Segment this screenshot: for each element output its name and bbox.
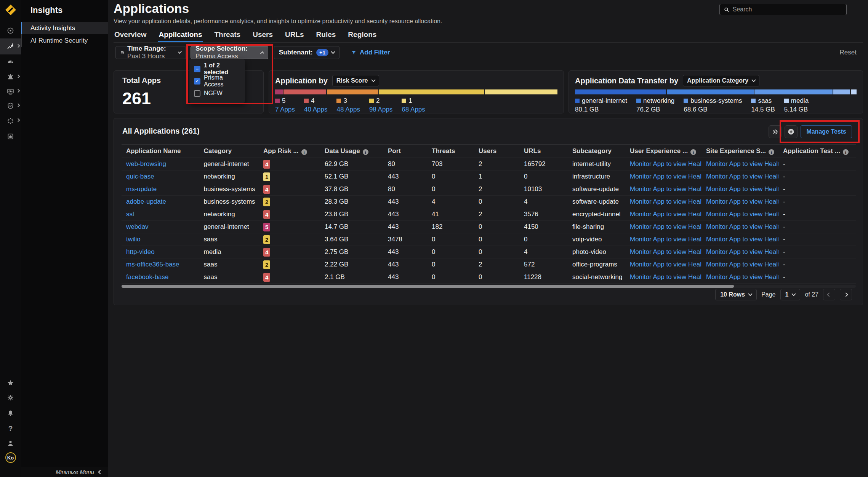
cell-site-experience: Monitor App to view Health: [701, 171, 778, 183]
site-experience-link[interactable]: Monitor App to view Health: [706, 261, 778, 268]
risk-apps-link[interactable]: 98 Apps: [369, 106, 392, 113]
tab-users[interactable]: Users: [252, 30, 274, 42]
application-name-link[interactable]: webdav: [126, 223, 149, 230]
user-experience-link[interactable]: Monitor App to view Health: [630, 223, 701, 230]
column-header-threats[interactable]: Threats: [427, 145, 474, 158]
subtenant-filter[interactable]: Subtenant: +1: [274, 46, 340, 59]
column-header-site-experience-s[interactable]: Site Experience S...i: [701, 145, 778, 158]
search-input[interactable]: [733, 6, 842, 13]
column-header-subcategory[interactable]: Subcategory: [568, 145, 625, 158]
rail-item-notifications[interactable]: [0, 405, 21, 420]
user-experience-link[interactable]: Monitor App to view Health: [630, 211, 701, 218]
application-name-link[interactable]: adobe-update: [126, 198, 166, 205]
column-header-category[interactable]: Category: [199, 145, 259, 158]
application-name-link[interactable]: ssl: [126, 211, 134, 218]
global-search[interactable]: [719, 4, 847, 15]
scope-dropdown-summary[interactable]: –1 of 2 selected: [194, 63, 240, 75]
reset-filters-button[interactable]: Reset: [840, 49, 857, 56]
table-download-button[interactable]: [785, 125, 798, 138]
application-name-link[interactable]: quic-base: [126, 173, 154, 180]
application-name-link[interactable]: http-video: [126, 248, 155, 255]
tab-rules[interactable]: Rules: [315, 30, 337, 42]
rail-item-activity-insights[interactable]: [0, 38, 21, 54]
risk-score-selector[interactable]: Risk Score: [332, 75, 379, 86]
site-experience-link[interactable]: Monitor App to view Health: [706, 223, 778, 230]
horizontal-scrollbar-thumb[interactable]: [122, 285, 734, 288]
risk-apps-link[interactable]: 40 Apps: [304, 106, 327, 113]
site-experience-link[interactable]: Monitor App to view Health: [706, 248, 778, 255]
rail-item-discovery[interactable]: [0, 113, 21, 128]
category-selector[interactable]: Application Category: [683, 75, 759, 86]
rail-item-dashboard[interactable]: [0, 54, 21, 69]
sidebar-item-ai-runtime-security[interactable]: AI Runtime Security: [21, 34, 108, 47]
sidebar-item-activity-insights[interactable]: Activity Insights: [21, 22, 108, 34]
rail-item-monitor[interactable]: [0, 84, 21, 99]
tab-regions[interactable]: Regions: [347, 30, 377, 42]
column-header-data-usage[interactable]: Data Usagei: [320, 145, 383, 158]
minimize-menu-button[interactable]: Minimize Menu: [21, 467, 108, 477]
unchecked-checkbox-icon[interactable]: [194, 90, 200, 97]
site-experience-link[interactable]: Monitor App to view Health: [706, 185, 778, 193]
rail-item-alerts[interactable]: [0, 69, 21, 85]
rail-item-settings[interactable]: [0, 390, 21, 405]
user-experience-link[interactable]: Monitor App to view Health: [630, 173, 701, 180]
tab-threats[interactable]: Threats: [214, 30, 242, 42]
site-experience-link[interactable]: Monitor App to view Health: [706, 160, 778, 168]
table-settings-button[interactable]: [769, 125, 782, 138]
time-range-filter[interactable]: Time Range: Past 3 Hours: [115, 46, 186, 59]
user-experience-link[interactable]: Monitor App to view Health: [630, 261, 701, 268]
rail-item-user[interactable]: [0, 436, 21, 451]
user-experience-link[interactable]: Monitor App to view Health: [630, 248, 701, 255]
scope-option-ngfw[interactable]: NGFW: [194, 87, 240, 99]
column-header-application-name[interactable]: Application Name: [122, 145, 199, 158]
column-header-urls[interactable]: URLs: [519, 145, 568, 158]
column-header-user-experience[interactable]: User Experience ...i: [625, 145, 701, 158]
scope-selection-filter[interactable]: Scope Selection: Prisma Access: [191, 46, 268, 59]
user-experience-link[interactable]: Monitor App to view Health: [630, 236, 701, 243]
site-experience-link[interactable]: Monitor App to view Health: [706, 236, 778, 243]
site-experience-link[interactable]: Monitor App to view Health: [706, 173, 778, 180]
tab-overview[interactable]: Overview: [114, 30, 147, 42]
next-page-button[interactable]: [840, 289, 852, 300]
site-experience-link[interactable]: Monitor App to view Health: [706, 273, 778, 281]
application-name-link[interactable]: ms-update: [126, 185, 157, 193]
risk-apps-link[interactable]: 48 Apps: [336, 106, 360, 113]
column-header-application-test[interactable]: Application Test ...i: [778, 145, 856, 158]
rail-item-help[interactable]: ?: [0, 421, 21, 436]
application-name-link[interactable]: ms-office365-base: [126, 261, 179, 268]
page-number-select[interactable]: 1: [780, 289, 801, 300]
info-icon[interactable]: i: [843, 149, 849, 155]
rows-per-page-select[interactable]: 10 Rows: [715, 289, 757, 300]
risk-apps-link[interactable]: 68 Apps: [402, 106, 425, 113]
column-header-port[interactable]: Port: [383, 145, 427, 158]
rail-item-reports[interactable]: [0, 129, 21, 144]
rail-item-overview[interactable]: [0, 23, 21, 38]
tab-urls[interactable]: URLs: [284, 30, 305, 42]
info-icon[interactable]: i: [690, 149, 696, 155]
add-filter-button[interactable]: Add Filter: [351, 49, 390, 56]
application-name-link[interactable]: twilio: [126, 236, 141, 243]
rail-item-security[interactable]: [0, 98, 21, 113]
application-name-link[interactable]: web-browsing: [126, 160, 166, 168]
column-header-users[interactable]: Users: [474, 145, 519, 158]
user-experience-link[interactable]: Monitor App to view Health: [630, 198, 701, 205]
application-name-link[interactable]: facebook-base: [126, 273, 169, 281]
info-icon[interactable]: i: [363, 149, 368, 155]
checked-checkbox-icon[interactable]: ✓: [194, 78, 200, 85]
site-experience-link[interactable]: Monitor App to view Health: [706, 198, 778, 205]
brand-logo[interactable]: [0, 2, 21, 18]
risk-apps-link[interactable]: 7 Apps: [275, 106, 295, 113]
info-icon[interactable]: i: [301, 149, 307, 155]
previous-page-button[interactable]: [823, 289, 835, 300]
manage-tests-button[interactable]: Manage Tests: [801, 125, 852, 138]
tab-applications[interactable]: Applications: [158, 30, 203, 42]
site-experience-link[interactable]: Monitor App to view Health: [706, 211, 778, 218]
rail-item-favorites[interactable]: [0, 375, 21, 391]
user-experience-link[interactable]: Monitor App to view Health: [630, 185, 701, 193]
info-icon[interactable]: i: [769, 149, 774, 155]
user-experience-link[interactable]: Monitor App to view Health: [630, 273, 701, 281]
column-header-app-risk[interactable]: App Risk ...i: [259, 145, 320, 158]
scope-option-prisma-access[interactable]: ✓Prisma Access: [194, 75, 240, 87]
rail-item-account[interactable]: Ko: [0, 450, 21, 465]
user-experience-link[interactable]: Monitor App to view Health: [630, 160, 701, 168]
